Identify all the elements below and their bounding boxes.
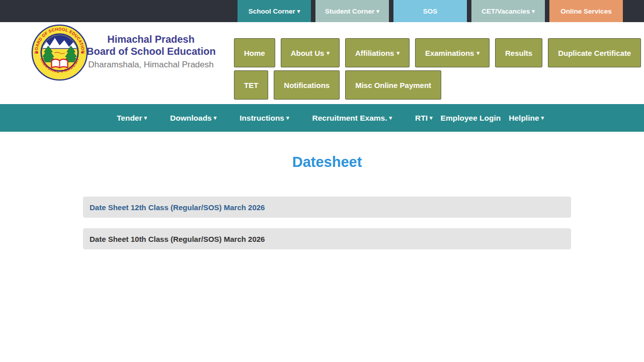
chevron-down-icon: ▾ (532, 9, 535, 14)
nav-item-downloads[interactable]: Downloads ▾ (166, 114, 220, 123)
tab-label: Online Services (560, 8, 611, 15)
datesheet-link-12th-class[interactable]: Date Sheet 12th Class (Regular/SOS) Marc… (83, 197, 571, 218)
nav-button-examinations[interactable]: Examinations ▾ (415, 38, 490, 67)
nav-item-recruitment-exams[interactable]: Recruitment Exams. ▾ (308, 114, 396, 123)
chevron-down-icon: ▾ (297, 9, 300, 14)
nav-item-label: RTI (415, 114, 428, 123)
nav-button-results[interactable]: Results (495, 38, 542, 67)
tab-label: SOS (423, 8, 438, 15)
nav-button-home[interactable]: Home (234, 38, 275, 67)
nav-button-notifications[interactable]: Notifications (274, 70, 340, 100)
datesheet-link-10th-class[interactable]: Date Sheet 10th Class (Regular/SOS) Marc… (83, 228, 571, 249)
org-subtitle: Dharamshala, Himachal Pradesh (87, 60, 215, 70)
nav-item-label: Recruitment Exams. (312, 114, 387, 123)
topbar-tab-school-corner[interactable]: School Corner ▾ (237, 0, 311, 22)
chevron-down-icon: ▾ (396, 50, 399, 56)
main-nav-row2: TET Notifications Misc Online Payment (234, 70, 631, 100)
nav-item-tender[interactable]: Tender ▾ (113, 114, 151, 123)
chevron-down-icon: ▾ (286, 115, 289, 121)
nav-button-label: TET (244, 81, 258, 89)
tab-label: CET/Vacancies (481, 8, 530, 15)
nav-button-label: Home (244, 49, 265, 57)
site-header: BOARD OF SCHOOL EDUCATION HIMACHAL PRADE… (0, 22, 644, 104)
nav-item-employee-login[interactable]: Employee Login (437, 114, 505, 123)
topbar: School Corner ▾ Student Corner ▾ SOS CET… (0, 0, 644, 22)
tab-label: Student Corner (325, 8, 374, 15)
chevron-down-icon: ▾ (430, 115, 433, 121)
chevron-down-icon: ▾ (389, 115, 392, 121)
tab-label: School Corner (249, 8, 295, 15)
nav-button-affiliations[interactable]: Affiliations ▾ (345, 38, 410, 67)
nav-button-label: Examinations (425, 49, 474, 57)
nav-button-label: Results (505, 49, 532, 57)
nav-button-label: Notifications (284, 81, 330, 89)
nav-item-label: Downloads (170, 114, 212, 123)
hpbose-logo: BOARD OF SCHOOL EDUCATION HIMACHAL PRADE… (31, 24, 88, 83)
nav-button-tet[interactable]: TET (234, 70, 268, 100)
nav-item-instructions[interactable]: Instructions ▾ (235, 114, 293, 123)
main-content: Datesheet Date Sheet 12th Class (Regular… (83, 154, 571, 249)
chevron-down-icon: ▾ (214, 115, 217, 121)
nav-button-label: About Us (291, 49, 325, 57)
org-title-block: Himachal Pradesh Board of School Educati… (87, 33, 215, 70)
nav-button-label: Affiliations (355, 49, 394, 57)
nav-item-label: Instructions (239, 114, 284, 123)
org-name-line2: Board of School Education (87, 45, 215, 57)
nav-button-duplicate-certificate[interactable]: Duplicate Certificate (548, 38, 641, 67)
stray-dot-text: . (619, 47, 621, 55)
nav-button-about-us[interactable]: About Us ▾ (281, 38, 340, 67)
main-nav: Home About Us ▾ Affiliations ▾ Examinati… (234, 38, 631, 103)
chevron-down-icon: ▾ (327, 50, 330, 56)
nav-item-label: Tender (117, 114, 142, 123)
chevron-down-icon: ▾ (376, 9, 379, 14)
nav-button-misc-online-payment[interactable]: Misc Online Payment (345, 70, 441, 100)
hpbose-logo-emblem: BOARD OF SCHOOL EDUCATION HIMACHAL PRADE… (31, 24, 88, 81)
nav-item-helpline[interactable]: Helpline ▾ (505, 114, 548, 123)
topbar-tab-cet-vacancies[interactable]: CET/Vacancies ▾ (471, 0, 545, 22)
datesheet-list: Date Sheet 12th Class (Regular/SOS) Marc… (83, 197, 571, 249)
nav-item-label: Employee Login (441, 114, 501, 123)
chevron-down-icon: ▾ (144, 115, 147, 121)
nav-item-rti[interactable]: RTI ▾ (411, 114, 437, 123)
main-nav-row1: Home About Us ▾ Affiliations ▾ Examinati… (234, 38, 631, 67)
chevron-down-icon: ▾ (541, 115, 544, 121)
secondary-nav: Tender ▾ Downloads ▾ Instructions ▾ Recr… (0, 104, 644, 132)
org-name-line1: Himachal Pradesh (87, 33, 215, 45)
topbar-tab-student-corner[interactable]: Student Corner ▾ (315, 0, 389, 22)
nav-button-label: Misc Online Payment (355, 81, 431, 89)
topbar-tab-online-services[interactable]: Online Services (549, 0, 623, 22)
nav-item-label: Helpline (509, 114, 539, 123)
page-title: Datesheet (83, 154, 571, 170)
topbar-tab-sos[interactable]: SOS (393, 0, 467, 22)
chevron-down-icon: ▾ (476, 50, 479, 56)
